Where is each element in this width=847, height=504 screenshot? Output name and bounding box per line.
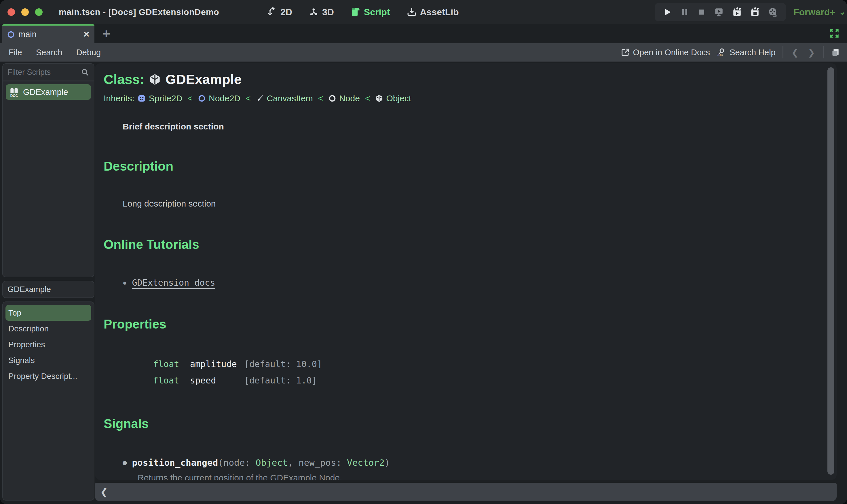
scripts-sidebar: Filter Scripts DOC GDExample xyxy=(2,63,94,501)
object-cube-icon xyxy=(149,73,161,86)
history-back-button[interactable]: ❮ xyxy=(790,48,800,57)
scripts-list-panel: Filter Scripts DOC GDExample xyxy=(2,63,94,277)
renderer-label: Forward+ xyxy=(793,7,835,18)
toggle-scripts-panel-icon[interactable] xyxy=(831,48,840,57)
title-bar: main.tscn - [Docs] GDExtensionDemo 2D 3D xyxy=(0,0,847,24)
tab-main[interactable]: main ✕ xyxy=(2,24,94,43)
3d-icon xyxy=(309,7,319,17)
renderer-select[interactable]: Forward+ ⌄ xyxy=(793,0,846,24)
outline-item-description[interactable]: Description xyxy=(5,321,91,337)
play-button[interactable] xyxy=(663,7,672,17)
script-list-item-gdexample[interactable]: DOC GDExample xyxy=(6,84,91,100)
playback-controls xyxy=(655,3,786,21)
2d-icon xyxy=(267,7,277,17)
filter-scripts-placeholder: Filter Scripts xyxy=(7,68,51,77)
script-scroll-icon xyxy=(351,7,360,17)
node2d-icon xyxy=(198,94,206,103)
pause-button[interactable] xyxy=(680,8,689,16)
property-default: [default: 1.0] xyxy=(244,375,814,385)
tab-close-icon[interactable]: ✕ xyxy=(83,30,90,39)
chevron-down-icon: ⌄ xyxy=(839,6,846,17)
godot-editor-window: main.tscn - [Docs] GDExtensionDemo 2D 3D xyxy=(0,0,847,504)
menu-file[interactable]: File xyxy=(8,48,22,57)
search-help-label: Search Help xyxy=(729,48,776,57)
workspace-switcher: 2D 3D Script xyxy=(267,0,459,24)
inherits-separator: < xyxy=(365,93,370,103)
distraction-free-icon[interactable] xyxy=(828,27,841,40)
workspace-assetlib-label: AssetLib xyxy=(420,7,459,18)
property-default: [default: 10.0] xyxy=(244,359,814,369)
node2d-scene-icon xyxy=(7,31,15,39)
inherits-link-node[interactable]: Node xyxy=(328,93,360,103)
long-description: Long description section xyxy=(123,199,814,209)
gdextension-docs-link[interactable]: GDExtension docs xyxy=(132,277,215,288)
workspace-2d-label: 2D xyxy=(280,7,292,18)
signal-signature: ● position_changed(node: Object, new_pos… xyxy=(123,457,814,468)
tutorial-link-row: ● GDExtension docs xyxy=(123,277,814,288)
inherits-separator: < xyxy=(318,93,323,103)
workspace-3d-label: 3D xyxy=(322,7,334,18)
macos-window-controls xyxy=(7,8,42,16)
node-icon xyxy=(328,94,336,103)
script-editor-menubar: File Search Debug Open in Online Docs xyxy=(0,43,847,61)
property-type[interactable]: float xyxy=(153,359,190,369)
zoom-window-button[interactable] xyxy=(35,8,42,16)
search-icon xyxy=(81,68,89,76)
inherits-row: Inherits: Sprite2D < Node2D < xyxy=(104,93,814,103)
external-link-icon xyxy=(621,48,629,57)
open-online-docs-button[interactable]: Open in Online Docs xyxy=(621,48,710,57)
stop-button[interactable] xyxy=(697,8,706,16)
signal-description: Returns the current position of the GDEx… xyxy=(138,473,814,480)
divider xyxy=(823,46,824,58)
paintbrush-icon xyxy=(256,94,264,103)
inherits-label: Inherits: xyxy=(104,93,135,103)
outline-item-properties[interactable]: Properties xyxy=(5,337,91,353)
property-name-speed[interactable]: speed xyxy=(190,375,244,385)
movie-maker-button[interactable] xyxy=(768,7,778,17)
doc-book-icon: DOC xyxy=(8,87,20,97)
section-title-description: Description xyxy=(104,159,814,174)
filter-scripts-input[interactable]: Filter Scripts xyxy=(3,64,94,82)
add-tab-button[interactable]: + xyxy=(103,26,110,41)
inherits-link-object[interactable]: Object xyxy=(375,93,411,103)
signal-type-vector2-link[interactable]: Vector2 xyxy=(347,457,385,468)
property-name-amplitude[interactable]: amplitude xyxy=(190,359,244,369)
property-type[interactable]: float xyxy=(153,375,190,385)
workspace-assetlib-button[interactable]: AssetLib xyxy=(407,7,459,18)
signal-type-object-link[interactable]: Object xyxy=(256,457,288,468)
class-name: GDExample xyxy=(166,71,242,87)
play-scene-button[interactable] xyxy=(732,7,742,17)
doc-scrollbar-thumb[interactable] xyxy=(827,67,834,475)
play-custom-scene-button[interactable] xyxy=(750,7,760,17)
inherits-link-sprite2d[interactable]: Sprite2D xyxy=(137,93,183,103)
bottom-panel-bar: ❮ xyxy=(95,483,837,501)
brief-description: Brief description section xyxy=(123,122,814,131)
search-doc-icon: DOC xyxy=(717,48,726,57)
inherits-separator: < xyxy=(187,93,193,103)
close-window-button[interactable] xyxy=(7,8,15,16)
workspace-script-button[interactable]: Script xyxy=(351,7,390,18)
inherits-link-canvasitem[interactable]: CanvasItem xyxy=(256,93,313,103)
inherits-link-node2d[interactable]: Node2D xyxy=(198,93,240,103)
minimize-window-button[interactable] xyxy=(21,8,29,16)
outline-item-property-descriptions[interactable]: Property Descript... xyxy=(5,368,91,384)
play-remote-button[interactable] xyxy=(714,7,724,17)
bullet-icon: ● xyxy=(123,458,127,467)
window-title: main.tscn - [Docs] GDExtensionDemo xyxy=(59,7,219,17)
outline-item-signals[interactable]: Signals xyxy=(5,353,91,368)
svg-text:DOC: DOC xyxy=(717,54,723,57)
history-forward-button[interactable]: ❯ xyxy=(807,48,816,57)
menu-debug[interactable]: Debug xyxy=(76,48,101,57)
doc-scrollbar[interactable] xyxy=(827,67,834,476)
workspace-2d-button[interactable]: 2D xyxy=(267,7,292,18)
workspace-3d-button[interactable]: 3D xyxy=(309,7,334,18)
outline-item-top[interactable]: Top xyxy=(5,305,91,321)
script-editor-content: Filter Scripts DOC GDExample xyxy=(0,61,847,504)
class-doc-panel: Class: GDExample Inherits: Sprite2D xyxy=(95,63,837,480)
assetlib-download-icon xyxy=(407,7,417,17)
signal-name: position_changed xyxy=(132,457,218,468)
menu-search[interactable]: Search xyxy=(36,48,63,57)
collapse-panel-icon[interactable]: ❮ xyxy=(100,486,108,498)
search-help-button[interactable]: DOC Search Help xyxy=(717,48,776,57)
svg-text:DOC: DOC xyxy=(10,94,18,97)
